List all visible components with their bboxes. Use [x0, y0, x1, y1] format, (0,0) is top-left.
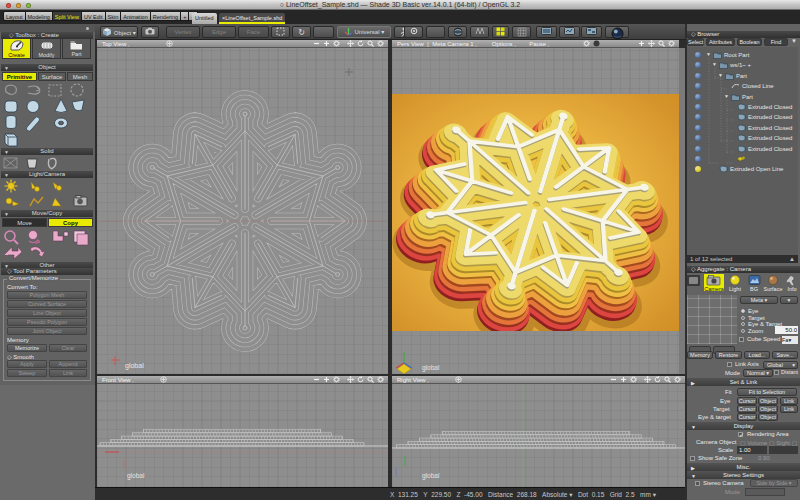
svg-text:global: global	[127, 472, 145, 480]
svg-text:Light: Light	[729, 286, 741, 292]
svg-text:global: global	[422, 364, 440, 372]
svg-text:BG: BG	[750, 286, 758, 292]
svg-text:global: global	[125, 362, 144, 370]
svg-text:Info: Info	[787, 286, 796, 292]
svg-text:Surface: Surface	[764, 286, 783, 292]
svg-text:Camera: Camera	[704, 286, 725, 292]
svg-text:global: global	[422, 472, 440, 480]
